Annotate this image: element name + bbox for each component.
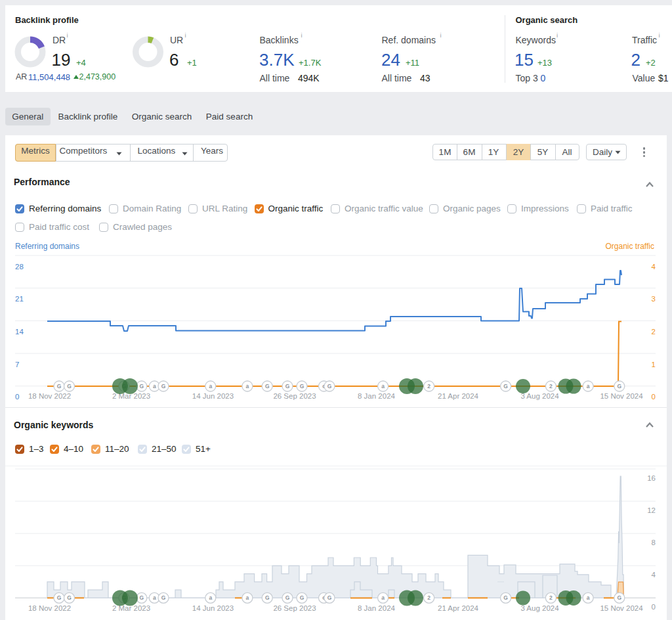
svg-text:a: a [587,383,590,389]
svg-text:G: G [57,594,62,601]
svg-text:G: G [285,594,290,601]
svg-text:2: 2 [427,594,430,601]
svg-text:a: a [209,383,212,389]
svg-text:a: a [381,594,385,601]
svg-text:G: G [139,594,144,601]
svg-text:2: 2 [652,328,656,336]
svg-text:14 Jun 2023: 14 Jun 2023 [192,604,234,612]
svg-text:2: 2 [549,383,553,389]
svg-text:G: G [57,383,62,389]
svg-text:G: G [67,594,72,601]
svg-text:3 Aug 2024: 3 Aug 2024 [520,392,559,400]
svg-text:28: 28 [15,263,24,271]
svg-text:G: G [300,594,304,601]
svg-text:4: 4 [652,263,656,271]
svg-text:8 Jan 2024: 8 Jan 2024 [358,604,396,612]
svg-text:Referring domains: Referring domains [15,242,79,251]
svg-text:15 Nov 2024: 15 Nov 2024 [600,604,643,612]
svg-text:G: G [139,383,144,389]
svg-text:G: G [161,383,166,389]
svg-text:G: G [265,594,270,601]
svg-text:G: G [161,594,166,601]
svg-text:G: G [265,383,270,389]
svg-text:a: a [246,594,249,601]
svg-text:G: G [327,594,332,601]
svg-text:3 Aug 2024: 3 Aug 2024 [520,604,559,612]
svg-text:18 Nov 2022: 18 Nov 2022 [28,392,71,400]
svg-text:4: 4 [652,571,656,579]
svg-text:G: G [285,383,290,389]
svg-text:G: G [327,383,332,389]
svg-text:a: a [153,383,156,389]
svg-text:G: G [67,383,72,389]
svg-text:21 Apr 2024: 21 Apr 2024 [438,392,479,400]
svg-text:26 Sep 2023: 26 Sep 2023 [273,604,316,612]
svg-text:0: 0 [652,393,656,401]
svg-text:7: 7 [15,361,19,368]
svg-text:G: G [503,594,508,601]
svg-text:G: G [617,383,621,389]
svg-text:26 Sep 2023: 26 Sep 2023 [273,392,316,400]
svg-text:a: a [587,594,590,601]
svg-text:8: 8 [652,539,656,546]
svg-text:12: 12 [647,506,656,514]
svg-text:16: 16 [647,474,656,482]
svg-text:a: a [246,383,249,389]
svg-text:a: a [381,383,385,389]
svg-text:0: 0 [15,393,19,401]
svg-text:14: 14 [15,328,24,336]
svg-text:2: 2 [427,383,430,389]
svg-text:G: G [617,594,621,601]
svg-text:14 Jun 2023: 14 Jun 2023 [192,392,234,400]
svg-text:a: a [153,594,156,601]
svg-text:21: 21 [15,295,24,303]
svg-text:8 Jan 2024: 8 Jan 2024 [358,392,396,400]
svg-text:G: G [300,383,304,389]
svg-text:21 Apr 2024: 21 Apr 2024 [438,604,479,612]
svg-text:Organic traffic: Organic traffic [606,242,654,251]
svg-text:18 Nov 2022: 18 Nov 2022 [28,604,71,612]
svg-text:0: 0 [652,603,656,611]
svg-text:2: 2 [549,594,553,601]
svg-text:G: G [503,383,508,389]
svg-text:3: 3 [652,295,656,303]
svg-text:15 Nov 2024: 15 Nov 2024 [600,392,643,400]
svg-text:a: a [209,594,212,601]
svg-text:1: 1 [652,361,656,368]
